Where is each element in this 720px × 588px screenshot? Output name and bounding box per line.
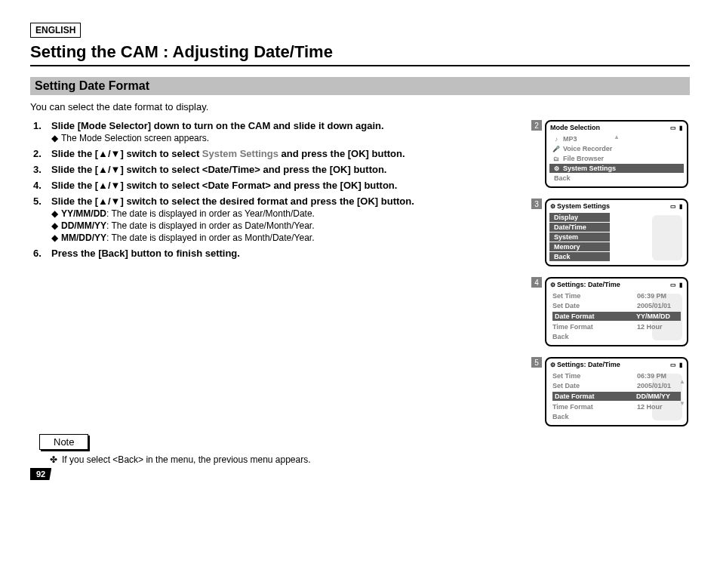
screen-system-settings: ⚙System Settings ▭ ▮ Display Date/Time S…	[545, 199, 688, 266]
step-list: Slide [Mode Selector] down to turn on th…	[30, 120, 519, 263]
row-set-time-4: Set Time06:39 PM	[549, 291, 684, 300]
status-icons: ▭ ▮	[670, 125, 683, 131]
screen-3-title: System Settings	[557, 202, 610, 210]
k-setdate-4: Set Date	[552, 302, 634, 309]
illus-3: 3 ⚙System Settings ▭ ▮ Display Date/Time…	[531, 199, 690, 266]
diamond-icon: ◆	[51, 208, 58, 219]
menu-voice-label: Voice Recorder	[563, 145, 612, 152]
menu-system-settings: ⚙System Settings	[549, 164, 684, 173]
section-subtitle: Setting Date Format	[30, 77, 690, 95]
step-1: Slide [Mode Selector] down to turn on th…	[30, 120, 519, 143]
step-2: Slide the [▲/▼] switch to select System …	[30, 148, 519, 159]
menu-file-label: File Browser	[563, 155, 604, 162]
v-setdate-4: 2005/01/01	[634, 302, 681, 309]
menu-back-label: Back	[554, 174, 571, 182]
row-back-5: Back	[549, 412, 684, 421]
step-2-grey: System Settings	[202, 148, 278, 159]
k-back-5: Back	[552, 413, 634, 420]
screen-4-title: Settings: Date/Time	[557, 281, 620, 288]
step-5-sub-1-t: : The date is displayed in order as Date…	[106, 220, 315, 231]
menu-datetime: Date/Time	[549, 223, 610, 232]
v-back-5	[634, 413, 681, 420]
side-arrows: ▲▼	[679, 378, 685, 407]
step-2-head: Slide the [▲/▼] switch to select System …	[51, 148, 519, 159]
v-setdate-5: 2005/01/01	[634, 382, 681, 389]
row-set-time-5: Set Time06:39 PM	[549, 371, 684, 380]
step-1-sub-0-text: The Mode Selection screen appears.	[61, 133, 209, 143]
row-back-4: Back	[549, 332, 684, 341]
menu-back-3-label: Back	[554, 253, 571, 260]
menu-memory-label: Memory	[554, 243, 580, 251]
illus-2: 2 Mode Selection ▭ ▮ ▲ ♪MP3 🎤Voice Recor…	[531, 120, 690, 188]
step-1-head: Slide [Mode Selector] down to turn on th…	[51, 120, 519, 131]
step-4-head: Slide the [▲/▼] switch to select <Date F…	[51, 180, 519, 191]
step-1-sub-0: ◆The Mode Selection screen appears.	[51, 133, 519, 143]
illus-5: 5 ▲▼ ⚙Settings: Date/Time ▭ ▮ Set Time06…	[531, 357, 690, 426]
status-icons: ▭ ▮	[670, 203, 683, 210]
v-settime-4: 06:39 PM	[634, 292, 681, 300]
k-timeformat-5: Time Format	[552, 403, 634, 411]
illustration-column: 2 Mode Selection ▭ ▮ ▲ ♪MP3 🎤Voice Recor…	[531, 120, 690, 426]
menu-datetime-label: Date/Time	[554, 223, 586, 231]
diamond-icon: ✤	[50, 454, 57, 465]
illus-4: 4 ⚙Settings: Date/Time ▭ ▮ Set Time06:39…	[531, 277, 690, 346]
menu-file: 🗂File Browser	[549, 154, 684, 163]
row-date-format-5: Date FormatDD/MM/YY	[549, 391, 684, 402]
row-set-date-4: Set Date2005/01/01	[549, 301, 684, 310]
k-back-4: Back	[552, 333, 634, 340]
screen-2-title: Mode Selection	[550, 124, 600, 131]
screen-settings-datetime-4: ⚙Settings: Date/Time ▭ ▮ Set Time06:39 P…	[545, 277, 688, 346]
row-set-date-5: Set Date2005/01/01	[549, 381, 684, 390]
screen-settings-datetime-5: ▲▼ ⚙Settings: Date/Time ▭ ▮ Set Time06:3…	[545, 357, 688, 426]
step-6: Press the [Back] button to finish settin…	[30, 248, 519, 259]
page-number: 92	[30, 468, 51, 480]
note-box: Note	[39, 434, 88, 450]
step-5-sub-1: ◆DD/MM/YY: The date is displayed in orde…	[51, 220, 519, 231]
k-settime-5: Set Time	[552, 372, 634, 380]
language-tag: ENGLISH	[30, 23, 81, 38]
page-title: Setting the CAM : Adjusting Date/Time	[30, 42, 690, 66]
step-3-head: Slide the [▲/▼] switch to select <Date/T…	[51, 164, 519, 175]
v-timeformat-5: 12 Hour	[634, 403, 681, 411]
menu-voice: 🎤Voice Recorder	[549, 144, 684, 153]
intro-text: You can select the date format to displa…	[30, 101, 690, 112]
step-3: Slide the [▲/▼] switch to select <Date/T…	[30, 164, 519, 175]
diamond-icon: ◆	[51, 133, 58, 143]
v-back-4	[634, 333, 681, 340]
row-date-format-4: Date FormatYY/MM/DD	[549, 311, 684, 322]
gear-icon: ⚙	[550, 282, 555, 288]
menu-back: Back	[549, 174, 684, 183]
diamond-icon: ◆	[51, 220, 58, 231]
k-dateformat-4: Date Format	[552, 312, 634, 321]
step-2-pre: Slide the [▲/▼] switch to select	[51, 148, 202, 159]
step-5-sub-2-t: : The date is displayed in order as Mont…	[106, 232, 315, 243]
k-timeformat-4: Time Format	[552, 323, 634, 331]
step-5-sub-2-b: MM/DD/YY	[61, 232, 106, 243]
menu-system: System	[549, 232, 610, 242]
menu-mp3-label: MP3	[563, 135, 577, 143]
step-2-post: and press the [OK] button.	[278, 148, 405, 159]
step-5-sub-1-b: DD/MM/YY	[61, 220, 106, 231]
step-5-sub-0-b: YY/MM/DD	[61, 208, 106, 219]
menu-memory: Memory	[549, 242, 610, 251]
menu-system-label: System Settings	[563, 165, 616, 172]
illus-5-num: 5	[531, 357, 542, 368]
k-settime-4: Set Time	[552, 292, 634, 300]
step-5-sub-2: ◆MM/DD/YY: The date is displayed in orde…	[51, 232, 519, 243]
gear-icon: ⚙	[550, 203, 555, 210]
gear-icon: ⚙	[550, 362, 555, 368]
v-settime-5: 06:39 PM	[634, 372, 681, 380]
scroll-up-icon: ▲	[614, 134, 620, 140]
k-dateformat-5: Date Format	[552, 392, 634, 401]
v-dateformat-4: YY/MM/DD	[634, 312, 681, 321]
note-line: ✤If you select <Back> in the menu, the p…	[50, 454, 690, 465]
music-icon: ♪	[552, 136, 561, 143]
step-5-sub-0: ◆YY/MM/DD: The date is displayed in orde…	[51, 208, 519, 219]
gear-icon: ⚙	[552, 165, 561, 172]
menu-back-3: Back	[549, 252, 610, 261]
row-time-format-5: Time Format12 Hour	[549, 402, 684, 411]
diamond-icon: ◆	[51, 232, 58, 243]
screen-5-title: Settings: Date/Time	[557, 361, 620, 368]
menu-display-label: Display	[554, 214, 578, 221]
illus-2-num: 2	[531, 120, 542, 131]
